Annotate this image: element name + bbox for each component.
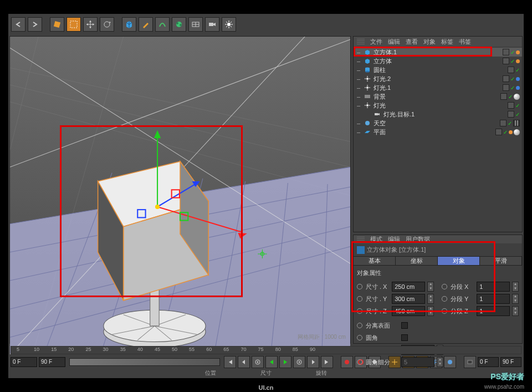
attr-menu-mode[interactable]: 模式 xyxy=(370,235,382,243)
menu-file[interactable]: 文件 xyxy=(370,38,382,46)
rotate-tool-icon[interactable] xyxy=(100,17,114,32)
camera-icon[interactable] xyxy=(205,17,219,32)
play-back-icon[interactable] xyxy=(265,356,278,368)
tree-item[interactable]: –背景✓ xyxy=(354,92,522,101)
ruler-tick: 30 xyxy=(103,347,109,352)
scene-icon[interactable] xyxy=(188,17,203,32)
object-tree[interactable]: –立方体.1✓–立方体✓–圆柱✓–灯光.2✓–灯光.1✓–背景✓–灯光✓灯光.目… xyxy=(354,47,522,138)
anim-dot-icon[interactable] xyxy=(357,335,362,340)
ruler-tick: 5 xyxy=(17,347,19,352)
spinner[interactable]: ▲▼ xyxy=(512,282,519,292)
prev-frame-icon[interactable] xyxy=(252,356,264,368)
timeline-current-field[interactable] xyxy=(39,357,65,367)
checkbox[interactable] xyxy=(401,322,408,329)
move-tool-icon[interactable] xyxy=(83,17,98,32)
spinner[interactable]: ▲▼ xyxy=(512,294,519,304)
ruler-tick: 10 xyxy=(34,347,39,352)
undo-icon[interactable] xyxy=(11,17,25,32)
menu-view[interactable]: 查看 xyxy=(406,38,418,46)
tab-phong[interactable]: 平滑 xyxy=(480,257,522,265)
menu-bookmarks[interactable]: 书签 xyxy=(459,38,471,46)
ruler-tick: 40 xyxy=(137,347,143,352)
next-frame-icon[interactable] xyxy=(293,356,305,368)
tree-item[interactable]: –圆柱✓ xyxy=(354,65,522,74)
rect-select-icon[interactable] xyxy=(66,17,81,32)
prev-key-icon[interactable] xyxy=(238,356,250,368)
tab-coord[interactable]: 坐标 xyxy=(396,257,438,265)
goto-start-icon[interactable] xyxy=(224,356,236,368)
menu-edit[interactable]: 编辑 xyxy=(388,38,400,46)
watermark-brand: PS爱好者 xyxy=(490,372,524,382)
cube-icon xyxy=(364,57,371,65)
segments-input[interactable] xyxy=(477,282,510,292)
svg-rect-28 xyxy=(375,113,378,115)
timeline-ruler[interactable]: 51015202530354045505560657075808590 xyxy=(11,346,521,354)
viewport[interactable]: 网格间距 : 1000 cm xyxy=(9,36,351,344)
menu-object[interactable]: 对象 xyxy=(423,38,436,46)
section-title: 对象属性 xyxy=(357,269,519,277)
ruler-tick: 50 xyxy=(172,347,177,352)
checkbox[interactable] xyxy=(401,334,408,341)
anim-dot-icon[interactable] xyxy=(357,296,362,302)
svg-point-25 xyxy=(366,86,369,89)
anim-dot-icon[interactable] xyxy=(442,284,447,289)
segments-input[interactable] xyxy=(477,306,510,316)
cube-icon xyxy=(364,48,371,56)
size-input[interactable] xyxy=(392,306,425,316)
svg-rect-7 xyxy=(209,23,213,26)
pen-tool-icon[interactable] xyxy=(139,17,153,32)
tab-object[interactable]: 对象 xyxy=(438,257,480,265)
next-key-icon[interactable] xyxy=(307,356,319,368)
tab-basic[interactable]: 基本 xyxy=(354,257,396,265)
tree-item[interactable]: –灯光✓ xyxy=(354,101,522,110)
anim-dot-icon[interactable] xyxy=(442,308,447,314)
spinner[interactable]: ▲▼ xyxy=(427,294,434,304)
property-row: 分离表面 xyxy=(357,319,519,332)
ruler-tick: 20 xyxy=(68,347,74,352)
menu-tags[interactable]: 标签 xyxy=(441,38,453,46)
nurbs-icon[interactable] xyxy=(155,17,170,32)
tree-item[interactable]: –灯光.1✓ xyxy=(354,83,522,92)
grip-icon[interactable] xyxy=(357,39,365,44)
attr-menu-userdata[interactable]: 用户数据 xyxy=(406,235,430,243)
deformer-icon[interactable] xyxy=(172,17,186,32)
cube-primitive-icon[interactable] xyxy=(122,17,136,32)
anim-dot-icon[interactable] xyxy=(357,284,362,289)
anim-dot-icon[interactable] xyxy=(357,323,362,328)
record-icon[interactable] xyxy=(341,356,353,368)
grip-icon[interactable] xyxy=(357,237,365,242)
timeline-start-field[interactable] xyxy=(11,357,37,367)
tree-item[interactable]: –天空✓ xyxy=(354,119,522,128)
anim-dot-icon[interactable] xyxy=(357,359,362,365)
size-input[interactable] xyxy=(392,294,425,304)
segments-input[interactable] xyxy=(477,294,510,304)
cube-object xyxy=(98,161,209,301)
anim-dot-icon[interactable] xyxy=(357,308,362,314)
spinner[interactable]: ▲▼ xyxy=(427,282,434,292)
tree-item-label: 灯光.1 xyxy=(374,84,500,92)
light-icon xyxy=(364,75,371,83)
spinner[interactable]: ▲▼ xyxy=(512,306,519,316)
tree-item[interactable]: –平面✓ xyxy=(354,128,522,136)
tree-item-label: 圆柱 xyxy=(374,66,505,74)
tree-item[interactable]: 灯光.目标.1✓ xyxy=(354,110,522,119)
svg-point-29 xyxy=(365,121,370,125)
redo-icon[interactable] xyxy=(28,17,42,32)
svg-point-27 xyxy=(366,104,369,106)
ruler-tick: 80 xyxy=(275,347,281,352)
svg-point-8 xyxy=(227,23,231,26)
svg-rect-0 xyxy=(54,21,60,28)
spinner[interactable]: ▲▼ xyxy=(427,306,434,316)
timeline-scrubber[interactable] xyxy=(69,358,220,366)
tree-item[interactable]: –灯光.2✓ xyxy=(354,74,522,83)
goto-end-icon[interactable] xyxy=(321,356,333,368)
live-select-icon[interactable] xyxy=(50,17,64,32)
play-forward-icon[interactable] xyxy=(279,356,291,368)
light-icon[interactable] xyxy=(222,17,236,32)
tree-item[interactable]: –立方体.1✓ xyxy=(354,48,522,57)
anim-dot-icon[interactable] xyxy=(442,296,447,302)
size-input[interactable] xyxy=(392,282,425,292)
target-icon xyxy=(374,110,381,118)
attr-menu-edit[interactable]: 编辑 xyxy=(388,235,400,243)
tree-item[interactable]: –立方体✓ xyxy=(354,57,522,65)
